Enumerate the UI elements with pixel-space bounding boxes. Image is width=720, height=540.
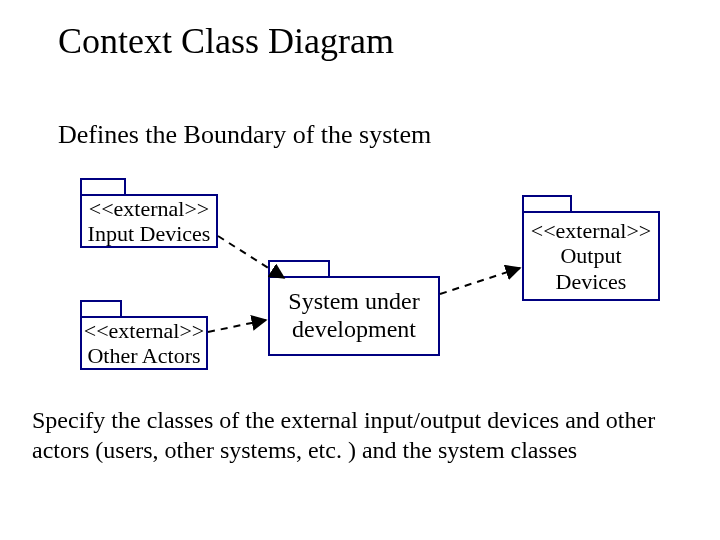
connector-actors-to-system (208, 320, 266, 332)
stereotype-label: <<external>> (89, 196, 209, 221)
body-text: Specify the classes of the external inpu… (32, 405, 687, 465)
package-body: System under development (268, 276, 440, 356)
package-body: <<external>> Output Devices (522, 211, 660, 301)
page-title: Context Class Diagram (58, 20, 394, 62)
stereotype-label: <<external>> (531, 218, 651, 243)
page-subtitle: Defines the Boundary of the system (58, 120, 431, 150)
package-label: Other Actors (87, 343, 200, 368)
package-label: System under development (274, 288, 434, 343)
package-body: <<external>> Input Devices (80, 194, 218, 248)
package-body: <<external>> Other Actors (80, 316, 208, 370)
connector-system-to-output (440, 268, 520, 294)
package-label: Output Devices (556, 243, 627, 293)
slide: Context Class Diagram Defines the Bounda… (0, 0, 720, 540)
stereotype-label: <<external>> (84, 318, 204, 343)
package-label: Input Devices (88, 221, 211, 246)
